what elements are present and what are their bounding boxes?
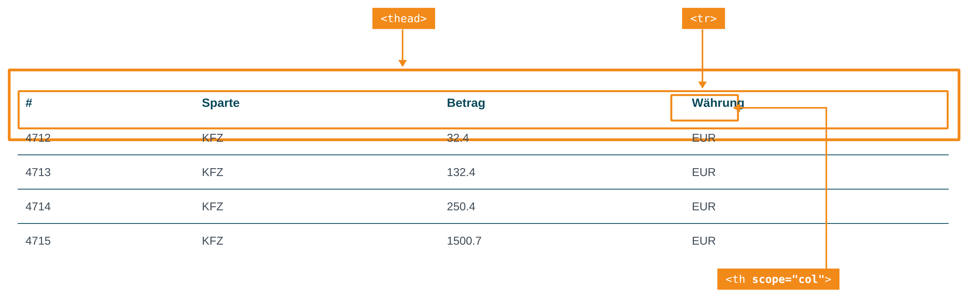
cell-division: KFZ bbox=[194, 224, 439, 257]
diagram-canvas: <thead> <tr> # Sparte Betrag Währung bbox=[0, 0, 980, 305]
arrow-thead-stem bbox=[402, 29, 403, 61]
callout-th-scope-bold: scope="col" bbox=[752, 273, 825, 285]
callout-tr-text: <tr> bbox=[690, 12, 717, 25]
cell-currency: EUR bbox=[684, 121, 949, 155]
example-tbody: 4712 KFZ 32.4 EUR 4713 KFZ 132.4 EUR 471… bbox=[18, 121, 949, 257]
example-header-row: # Sparte Betrag Währung bbox=[18, 84, 949, 121]
cell-amount: 250.4 bbox=[439, 189, 684, 224]
table-row: 4712 KFZ 32.4 EUR bbox=[18, 121, 949, 155]
callout-tr: <tr> bbox=[682, 8, 725, 29]
col-header-currency: Währung bbox=[684, 84, 949, 121]
cell-currency: EUR bbox=[684, 155, 949, 189]
cell-division: KFZ bbox=[194, 189, 439, 224]
cell-currency: EUR bbox=[684, 189, 949, 224]
example-table: # Sparte Betrag Währung 4712 KFZ 32.4 EU… bbox=[18, 84, 949, 257]
col-header-amount: Betrag bbox=[439, 84, 684, 121]
arrow-th-h bbox=[739, 107, 827, 109]
cell-id: 4712 bbox=[18, 121, 194, 155]
table-row: 4714 KFZ 250.4 EUR bbox=[18, 189, 949, 224]
example-table-wrap: # Sparte Betrag Währung 4712 KFZ 32.4 EU… bbox=[18, 84, 949, 257]
col-header-division: Sparte bbox=[194, 84, 439, 121]
callout-thead-text: <thead> bbox=[381, 12, 427, 25]
callout-thead: <thead> bbox=[372, 8, 435, 29]
callout-th-scope: <th scope="col"> bbox=[718, 268, 840, 290]
cell-id: 4713 bbox=[18, 155, 194, 189]
cell-amount: 132.4 bbox=[439, 155, 684, 189]
cell-amount: 1500.7 bbox=[439, 224, 684, 257]
cell-division: KFZ bbox=[194, 121, 439, 155]
arrow-th-head bbox=[733, 103, 740, 112]
cell-currency: EUR bbox=[684, 224, 949, 257]
table-row: 4713 KFZ 132.4 EUR bbox=[18, 155, 949, 189]
arrow-thead-head bbox=[398, 60, 407, 67]
cell-division: KFZ bbox=[194, 155, 439, 189]
example-thead: # Sparte Betrag Währung bbox=[18, 84, 949, 121]
cell-amount: 32.4 bbox=[439, 121, 684, 155]
cell-id: 4715 bbox=[18, 224, 194, 257]
callout-th-scope-prefix: <th bbox=[725, 273, 752, 285]
cell-id: 4714 bbox=[18, 189, 194, 224]
callout-th-scope-suffix: > bbox=[825, 273, 831, 285]
arrow-th-v bbox=[826, 107, 827, 270]
col-header-id: # bbox=[18, 84, 194, 121]
table-row: 4715 KFZ 1500.7 EUR bbox=[18, 224, 949, 257]
arrow-tr-stem bbox=[702, 29, 703, 82]
